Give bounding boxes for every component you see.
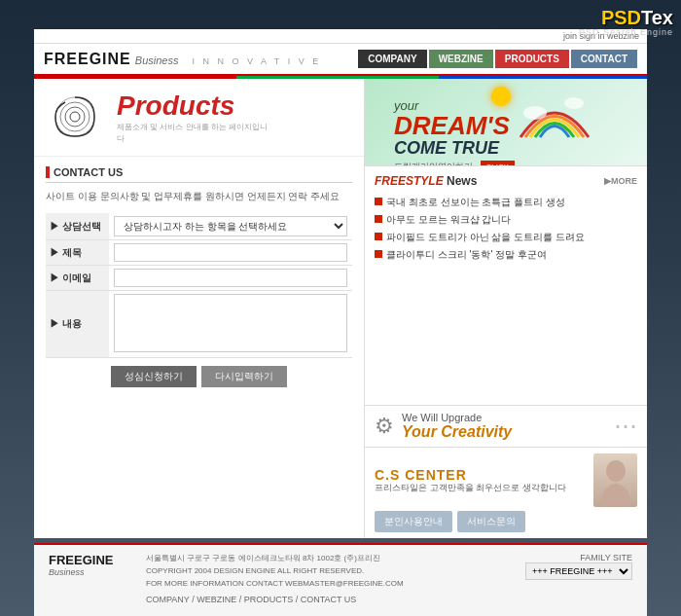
cs-description: 프리스타일은 고객만족을 최우선으로 생각합니다 [375,483,586,494]
cs-btn-service[interactable]: 서비스문의 [457,511,525,532]
category-input-cell: 상담하시고자 하는 항목을 선택하세요 [109,213,352,240]
news-bullet-1 [375,198,382,205]
right-panel: your DREAM'S COME TRUE 드림캐리인영어하기 CLICK [365,79,647,538]
footer-info: 서울특별시 구로구 구로동 에이스테크노타워 8차 1002호 (주)프리진 C… [146,553,496,607]
news-bullet-3 [375,233,382,240]
logo-area: FREEGINE Business I N N O V A T I V E [44,51,358,68]
footer-logo-sub: Business [49,567,126,577]
banner: your DREAM'S COME TRUE 드림캐리인영어하기 CLICK [365,79,647,166]
banner-korean: 드림캐리인영어하기 CLICK [394,161,515,166]
upgrade-text: We Will Upgrade Your Creativity [402,412,606,441]
news-more-link[interactable]: ▶MORE [604,176,637,186]
header: FREEGINE Business I N N O V A T I V E CO… [34,44,647,76]
cs-header: C.S CENTER 프리스타일은 고객만족을 최우선으로 생각합니다 [375,453,637,507]
nav-tabs: COMPANY WEBZINE PRODUCTS CONTACT [358,50,637,68]
news-section: FREESTYLE News ▶MORE 국내 최초로 선보이는 초특급 플트리… [365,166,647,406]
footer-right: FAMILY SITE +++ FREEGINE +++ [516,553,632,580]
products-header: Products 제품소개 및 서비스 안내를 하는 페이지입니다 [34,79,364,157]
contact-section-title: CONTACT US [46,166,352,183]
email-input-cell [109,266,352,291]
news-text-2: 아무도 모르는 워크샵 갑니다 [386,213,511,227]
news-title: FREESTYLE News ▶MORE [375,174,637,188]
tab-company[interactable]: COMPANY [358,50,426,68]
contact-intro: 사이트 이용 문의사항 및 업무제휴를 원하시면 언제든지 연락 주세요 [46,189,352,203]
subject-input[interactable] [114,243,347,262]
contact-section: CONTACT US 사이트 이용 문의사항 및 업무제휴를 원하시면 언제든지… [34,157,364,538]
banner-dreams: DREAM'S [394,113,515,138]
tab-products[interactable]: PRODUCTS [495,50,569,68]
list-item: 클라이투디 스크리 '동학' 정말 후군여 [375,246,637,264]
footer-nav: COMPANY / WEBZINE / PRODUCTS / CONTACT U… [146,593,496,606]
content-input-cell [109,291,352,358]
svg-point-0 [55,97,94,136]
reset-button[interactable]: 다시입력하기 [201,366,287,387]
footer-address: 서울특별시 구로구 구로동 에이스테크노타워 8차 1002호 (주)프리진 [146,553,496,565]
banner-click-btn[interactable]: CLICK [481,161,516,166]
upgrade-icon: ⚙ [375,414,394,439]
family-site-select[interactable]: +++ FREEGINE +++ [525,562,632,580]
logo-tagline: I N N O V A T I V E [192,56,321,66]
submit-button[interactable]: 성심신청하기 [111,366,197,387]
form-row-content: ▶ 내용 [46,291,352,358]
news-bullet-4 [375,250,382,258]
form-buttons: 성심신청하기 다시입력하기 [46,358,352,395]
svg-point-5 [564,97,584,109]
products-title: Products [117,91,272,122]
cs-btn-inquiry[interactable]: 분인사용안내 [375,511,452,532]
news-title-text: FREESTYLE News [375,174,477,188]
cs-title: C.S CENTER [375,467,586,483]
tab-webzine[interactable]: WEBZINE [429,50,493,68]
content-textarea[interactable] [114,294,347,352]
list-item: 파이필드 도트리가 아닌 삶을 도트리를 드려요 [375,229,637,246]
category-label: ▶ 상담선택 [46,213,109,240]
footer-logo: FREEGINE Business [49,553,126,577]
news-text-4: 클라이투디 스크리 '동학' 정말 후군여 [386,248,547,262]
top-bar: join sign in webzine [34,29,647,44]
products-text: Products 제품소개 및 서비스 안내를 하는 페이지입니다 [117,91,272,143]
email-input[interactable] [114,269,347,287]
email-label: ▶ 이메일 [46,266,109,291]
watermark-title: PSDTex [579,8,673,27]
news-text-3: 파이필드 도트리가 아닌 삶을 도트리를 드려요 [386,231,585,244]
upgrade-title: We Will Upgrade [402,412,606,423]
main-container: join sign in webzine FREEGINE Business I… [34,29,647,538]
footer: FREEGINE Business 서울특별시 구로구 구로동 에이스테크노타워… [34,543,647,616]
contact-form: ▶ 상담선택 상담하시고자 하는 항목을 선택하세요 ▶ 제목 [46,213,352,358]
list-item: 국내 최초로 선보이는 초특급 플트리 생성 [375,194,637,211]
rainbow-icon [516,84,593,142]
news-list: 국내 최초로 선보이는 초특급 플트리 생성 아무도 모르는 워크샵 갑니다 파… [375,194,637,264]
tab-contact[interactable]: CONTACT [571,50,637,68]
svg-point-4 [523,106,547,120]
contact-title-text: CONTACT US [54,166,123,178]
svg-point-2 [65,107,85,127]
form-row-subject: ▶ 제목 [46,240,352,266]
cs-section: C.S CENTER 프리스타일은 고객만족을 최우선으로 생각합니다 분인사용… [365,448,647,538]
footer-email: FOR MORE INFORMATION CONTACT WEBMASTER@F… [146,578,496,591]
left-panel: Products 제품소개 및 서비스 안내를 하는 페이지입니다 CONTAC… [34,79,365,538]
news-text-1: 국내 최초로 선보이는 초특급 플트리 생성 [386,196,565,209]
footer-logo-main: FREEGINE [49,553,126,567]
logo-sub: Business [135,54,179,66]
upgrade-section: ⚙ We Will Upgrade Your Creativity ⋯ [365,406,647,448]
family-site-label: FAMILY SITE [516,553,632,562]
logo-main: FREEGINE [44,51,131,68]
svg-point-3 [70,112,80,122]
news-bullet-2 [375,215,382,223]
form-row-email: ▶ 이메일 [46,266,352,291]
cs-info: C.S CENTER 프리스타일은 고객만족을 최우선으로 생각합니다 [375,467,586,494]
banner-come-true: COME TRUE [394,138,515,159]
cs-photo [593,453,637,507]
cs-buttons: 분인사용안내 서비스문의 [375,511,637,532]
upgrade-decoration: ⋯ [614,413,637,440]
category-select[interactable]: 상담하시고자 하는 항목을 선택하세요 [114,216,347,236]
content-label: ▶ 내용 [46,291,109,358]
watermark-subtitle: PSD Search Engine [579,27,673,37]
content-area: Products 제품소개 및 서비스 안내를 하는 페이지입니다 CONTAC… [34,79,647,538]
section-title-icon [46,166,50,178]
svg-point-6 [606,460,626,482]
form-row-category: ▶ 상담선택 상담하시고자 하는 항목을 선택하세요 [46,213,352,240]
spiral-icon [49,91,102,144]
banner-text: your DREAM'S COME TRUE 드림캐리인영어하기 CLICK [394,98,515,166]
list-item: 아무도 모르는 워크샵 갑니다 [375,211,637,229]
watermark: PSDTex PSD Search Engine [579,8,673,37]
